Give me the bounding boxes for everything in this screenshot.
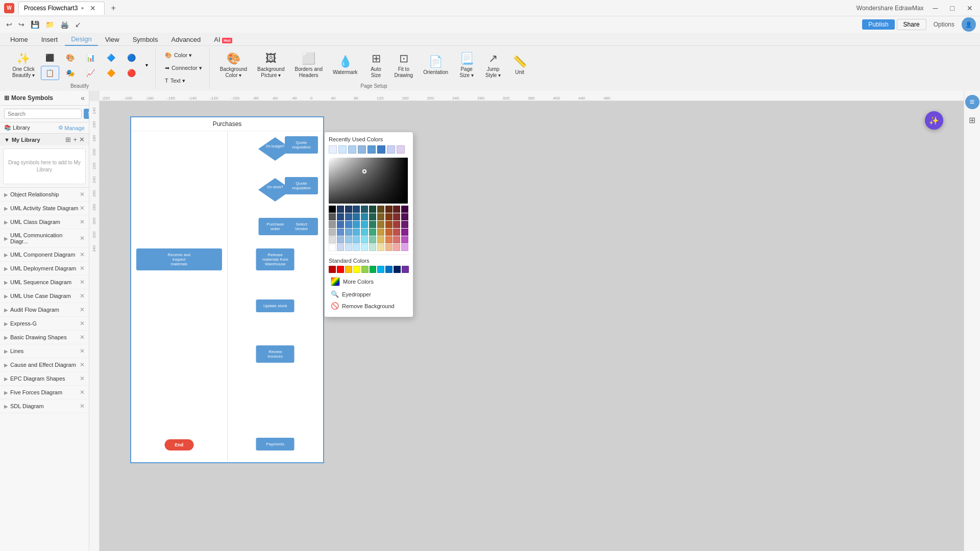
update-stock-shape[interactable]: Update stock [256, 299, 295, 312]
my-library-add2-button[interactable]: + [73, 136, 77, 143]
sidebar-item-sdl[interactable]: ▶ SDL Diagram ✕ [0, 399, 89, 413]
style-btn-4[interactable]: 🎭 [61, 66, 80, 80]
style-btn-3[interactable]: 🎨 [61, 51, 80, 65]
std-color-9[interactable] [394, 266, 401, 273]
payments-shape[interactable]: Payments [256, 438, 295, 450]
std-color-1[interactable] [329, 266, 336, 273]
sidebar-item-five-forces[interactable]: ▶ Five Forces Diagram ✕ [0, 386, 89, 399]
orientation-button[interactable]: 📄 Orientation [419, 50, 452, 81]
text-button[interactable]: T Text ▾ [162, 76, 188, 86]
palette-swatch[interactable] [329, 221, 336, 228]
palette-swatch[interactable] [401, 206, 408, 213]
recent-color-4[interactable] [358, 145, 366, 154]
sidebar-item-audit-flow[interactable]: ▶ Audit Flow Diagram ✕ [0, 303, 89, 317]
sidebar-item-uml-deployment[interactable]: ▶ UML Deployment Diagram ✕ [0, 262, 89, 276]
palette-swatch[interactable] [385, 221, 393, 228]
color-button[interactable]: 🎨 Color ▾ [162, 51, 195, 60]
quote-requisition-1-shape[interactable]: Quoterequisition [285, 136, 318, 154]
style-more-button[interactable]: ▾ [143, 50, 151, 81]
palette-swatch[interactable] [393, 229, 400, 236]
palette-swatch[interactable] [393, 221, 400, 228]
item-close-button[interactable]: ✕ [80, 265, 85, 272]
style-btn-1[interactable]: ⬛ [41, 51, 59, 65]
item-close-button[interactable]: ✕ [80, 361, 85, 368]
flowchart-diagram[interactable]: Purchases End Receive andinspectmaterial… [130, 116, 324, 463]
item-close-button[interactable]: ✕ [80, 218, 85, 226]
palette-swatch[interactable] [361, 206, 368, 213]
style-btn-7[interactable]: 🔷 [102, 51, 120, 65]
palette-swatch[interactable] [329, 229, 336, 236]
redo-button[interactable]: ↪ [16, 19, 27, 30]
tab-ai[interactable]: AI Hot [208, 34, 238, 45]
palette-swatch[interactable] [329, 236, 336, 243]
export-button[interactable]: ↙ [73, 19, 83, 30]
palette-swatch[interactable] [329, 213, 336, 220]
palette-swatch[interactable] [369, 244, 376, 251]
tab-view[interactable]: View [99, 34, 126, 45]
user-avatar[interactable]: 👤 [962, 17, 976, 32]
std-color-4[interactable] [353, 266, 360, 273]
palette-swatch[interactable] [329, 206, 336, 213]
document-tab[interactable]: Process Flowchart3 ● ✕ [18, 2, 105, 15]
item-close-button[interactable]: ✕ [80, 191, 85, 198]
palette-swatch[interactable] [393, 206, 400, 213]
select-vendor-shape[interactable]: SelectVendor [285, 218, 318, 235]
sidebar-item-cause-effect[interactable]: ▶ Cause and Effect Diagram ✕ [0, 358, 89, 372]
canvas-content[interactable]: Purchases End Receive andinspectmaterial… [100, 101, 964, 551]
item-close-button[interactable]: ✕ [80, 292, 85, 299]
std-color-7[interactable] [377, 266, 384, 273]
std-color-3[interactable] [345, 266, 352, 273]
palette-swatch[interactable] [353, 236, 360, 243]
palette-swatch[interactable] [353, 206, 360, 213]
palette-swatch[interactable] [353, 229, 360, 236]
connector-button[interactable]: ➡ Connector ▾ [162, 63, 205, 73]
item-close-button[interactable]: ✕ [80, 235, 85, 242]
sidebar-collapse-button[interactable]: « [81, 94, 85, 102]
palette-swatch[interactable] [345, 221, 352, 228]
page-size-button[interactable]: 📃 PageSize ▾ [454, 50, 479, 81]
my-library-add-button[interactable]: ⊞ [65, 136, 71, 143]
item-close-button[interactable]: ✕ [80, 347, 85, 355]
borders-headers-button[interactable]: ⬜ Borders andHeaders [290, 50, 326, 81]
item-close-button[interactable]: ✕ [80, 205, 85, 212]
sidebar-item-uml-component[interactable]: ▶ UML Component Diagram ✕ [0, 248, 89, 262]
item-close-button[interactable]: ✕ [80, 389, 85, 396]
palette-swatch[interactable] [369, 236, 376, 243]
style-btn-5[interactable]: 📊 [82, 51, 100, 65]
save-button[interactable]: 💾 [29, 19, 41, 30]
sidebar-item-uml-sequence[interactable]: ▶ UML Sequence Diagram ✕ [0, 276, 89, 289]
std-color-5[interactable] [361, 266, 369, 273]
std-color-8[interactable] [385, 266, 393, 273]
background-color-button[interactable]: 🎨 BackgroundColor ▾ [216, 50, 251, 81]
options-button[interactable]: Options [928, 19, 960, 30]
recent-color-6[interactable] [377, 145, 385, 154]
one-click-beautify-button[interactable]: ✨ One ClickBeautify ▾ [8, 50, 39, 81]
sidebar-item-uml-class[interactable]: ▶ UML Class Diagram ✕ [0, 215, 89, 229]
palette-swatch[interactable] [369, 206, 376, 213]
color-picker-popup[interactable]: Recently Used Colors [324, 132, 413, 317]
palette-swatch[interactable] [361, 213, 368, 220]
palette-swatch[interactable] [377, 221, 384, 228]
end-shape[interactable]: End [164, 439, 193, 450]
palette-swatch[interactable] [385, 206, 393, 213]
palette-swatch[interactable] [345, 213, 352, 220]
palette-swatch[interactable] [337, 221, 344, 228]
std-color-10[interactable] [402, 266, 409, 273]
palette-swatch[interactable] [377, 213, 384, 220]
palette-swatch[interactable] [393, 236, 400, 243]
palette-swatch[interactable] [385, 244, 393, 251]
eyedropper-row[interactable]: 🔍 Eyedropper [329, 289, 409, 299]
palette-swatch[interactable] [401, 229, 408, 236]
style-btn-9[interactable]: 🔵 [122, 51, 141, 65]
palette-swatch[interactable] [401, 213, 408, 220]
review-invoices-shape[interactable]: ReviewInvoices [256, 345, 295, 363]
auto-size-button[interactable]: ⊞ AutoSize [364, 50, 388, 81]
recent-color-1[interactable] [329, 145, 337, 154]
palette-swatch[interactable] [337, 206, 344, 213]
palette-swatch[interactable] [345, 244, 352, 251]
palette-swatch[interactable] [353, 244, 360, 251]
tab-symbols[interactable]: Symbols [127, 34, 164, 45]
palette-swatch[interactable] [393, 213, 400, 220]
style-btn-8[interactable]: 🔶 [102, 66, 120, 80]
sidebar-item-uml-communication[interactable]: ▶ UML Communication Diagr... ✕ [0, 229, 89, 248]
